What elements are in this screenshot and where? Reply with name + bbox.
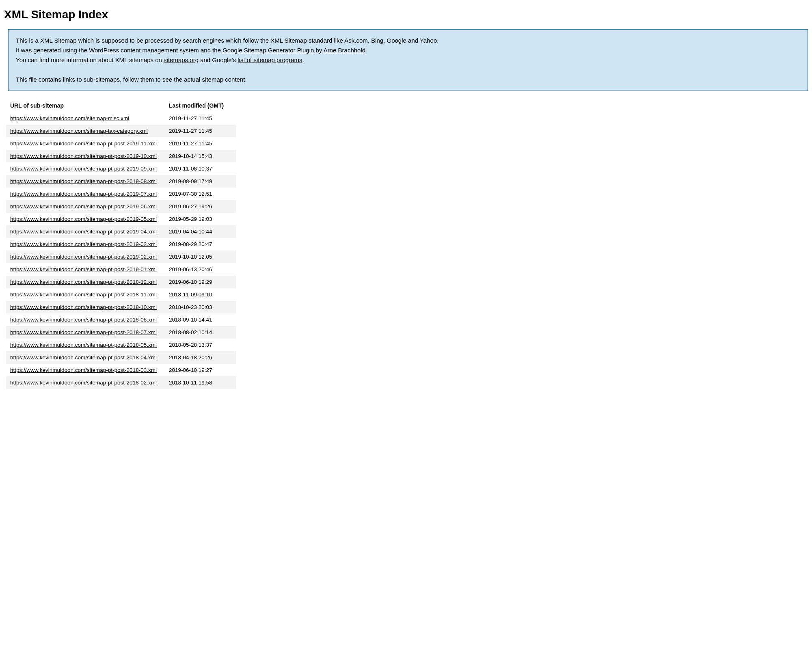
cell-date: 2018-05-28 13:37 — [165, 339, 236, 351]
table-row: https://www.kevinmuldoon.com/sitemap-tax… — [6, 125, 236, 137]
cell-url: https://www.kevinmuldoon.com/sitemap-pt-… — [6, 188, 165, 200]
table-row: https://www.kevinmuldoon.com/sitemap-pt-… — [6, 339, 236, 351]
info-text: It was generated using the — [16, 47, 89, 54]
table-row: https://www.kevinmuldoon.com/sitemap-pt-… — [6, 313, 236, 326]
cell-url: https://www.kevinmuldoon.com/sitemap-pt-… — [6, 339, 165, 351]
sitemap-link[interactable]: https://www.kevinmuldoon.com/sitemap-pt-… — [10, 153, 157, 159]
cell-url: https://www.kevinmuldoon.com/sitemap-pt-… — [6, 175, 165, 188]
table-row: https://www.kevinmuldoon.com/sitemap-pt-… — [6, 376, 236, 389]
cell-date: 2019-10-14 15:43 — [165, 150, 236, 162]
table-row: https://www.kevinmuldoon.com/sitemap-pt-… — [6, 326, 236, 339]
cell-url: https://www.kevinmuldoon.com/sitemap-pt-… — [6, 137, 165, 150]
cell-date: 2019-11-27 11:45 — [165, 137, 236, 150]
table-row: https://www.kevinmuldoon.com/sitemap-pt-… — [6, 150, 236, 162]
page-title: XML Sitemap Index — [4, 8, 808, 21]
cell-url: https://www.kevinmuldoon.com/sitemap-pt-… — [6, 263, 165, 276]
table-row: https://www.kevinmuldoon.com/sitemap-pt-… — [6, 276, 236, 288]
plugin-link[interactable]: Google Sitemap Generator Plugin — [222, 47, 314, 54]
cell-url: https://www.kevinmuldoon.com/sitemap-pt-… — [6, 276, 165, 288]
author-link[interactable]: Arne Brachhold — [324, 47, 365, 54]
cell-date: 2018-09-10 14:41 — [165, 313, 236, 326]
cell-date: 2019-08-09 17:49 — [165, 175, 236, 188]
sitemap-link[interactable]: https://www.kevinmuldoon.com/sitemap-pt-… — [10, 304, 157, 310]
sitemap-link[interactable]: https://www.kevinmuldoon.com/sitemap-pt-… — [10, 241, 157, 247]
sitemap-link[interactable]: https://www.kevinmuldoon.com/sitemap-pt-… — [10, 254, 157, 260]
table-row: https://www.kevinmuldoon.com/sitemap-pt-… — [6, 351, 236, 364]
table-row: https://www.kevinmuldoon.com/sitemap-pt-… — [6, 175, 236, 188]
header-url: URL of sub-sitemap — [6, 99, 165, 112]
cell-url: https://www.kevinmuldoon.com/sitemap-pt-… — [6, 288, 165, 301]
cell-date: 2018-10-11 19:58 — [165, 376, 236, 389]
sitemap-link[interactable]: https://www.kevinmuldoon.com/sitemap-pt-… — [10, 317, 157, 323]
cell-url: https://www.kevinmuldoon.com/sitemap-pt-… — [6, 364, 165, 376]
cell-url: https://www.kevinmuldoon.com/sitemap-pt-… — [6, 238, 165, 251]
cell-date: 2019-11-27 11:45 — [165, 125, 236, 137]
sitemap-link[interactable]: https://www.kevinmuldoon.com/sitemap-pt-… — [10, 203, 157, 209]
cell-url: https://www.kevinmuldoon.com/sitemap-pt-… — [6, 225, 165, 238]
sitemap-link[interactable]: https://www.kevinmuldoon.com/sitemap-tax… — [10, 128, 148, 134]
table-row: https://www.kevinmuldoon.com/sitemap-pt-… — [6, 137, 236, 150]
cell-date: 2019-11-27 11:45 — [165, 112, 236, 125]
cell-url: https://www.kevinmuldoon.com/sitemap-pt-… — [6, 313, 165, 326]
table-row: https://www.kevinmuldoon.com/sitemap-mis… — [6, 112, 236, 125]
cell-date: 2018-08-02 10:14 — [165, 326, 236, 339]
sitemap-link[interactable]: https://www.kevinmuldoon.com/sitemap-pt-… — [10, 279, 157, 285]
sitemap-link[interactable]: https://www.kevinmuldoon.com/sitemap-pt-… — [10, 178, 157, 184]
sitemap-link[interactable]: https://www.kevinmuldoon.com/sitemap-pt-… — [10, 367, 157, 373]
table-row: https://www.kevinmuldoon.com/sitemap-pt-… — [6, 263, 236, 276]
sitemap-table: URL of sub-sitemap Last modified (GMT) h… — [6, 99, 236, 389]
sitemap-link[interactable]: https://www.kevinmuldoon.com/sitemap-pt-… — [10, 191, 157, 197]
table-row: https://www.kevinmuldoon.com/sitemap-pt-… — [6, 301, 236, 313]
info-line-2: It was generated using the WordPress con… — [16, 45, 800, 55]
table-row: https://www.kevinmuldoon.com/sitemap-pt-… — [6, 213, 236, 225]
cell-date: 2019-04-04 10:44 — [165, 225, 236, 238]
info-text: by — [314, 47, 323, 54]
info-line-3: You can find more information about XML … — [16, 55, 800, 65]
info-text: You can find more information about XML … — [16, 56, 164, 63]
table-row: https://www.kevinmuldoon.com/sitemap-pt-… — [6, 288, 236, 301]
table-row: https://www.kevinmuldoon.com/sitemap-pt-… — [6, 364, 236, 376]
sitemap-link[interactable]: https://www.kevinmuldoon.com/sitemap-pt-… — [10, 216, 157, 222]
sitemap-link[interactable]: https://www.kevinmuldoon.com/sitemap-pt-… — [10, 292, 157, 298]
wordpress-link[interactable]: WordPress — [89, 47, 119, 54]
sitemap-link[interactable]: https://www.kevinmuldoon.com/sitemap-pt-… — [10, 342, 157, 348]
table-row: https://www.kevinmuldoon.com/sitemap-pt-… — [6, 200, 236, 213]
table-row: https://www.kevinmuldoon.com/sitemap-pt-… — [6, 238, 236, 251]
cell-date: 2019-11-08 10:37 — [165, 162, 236, 175]
table-row: https://www.kevinmuldoon.com/sitemap-pt-… — [6, 251, 236, 263]
cell-url: https://www.kevinmuldoon.com/sitemap-pt-… — [6, 213, 165, 225]
info-line-4: This file contains links to sub-sitemaps… — [16, 75, 800, 84]
cell-url: https://www.kevinmuldoon.com/sitemap-pt-… — [6, 251, 165, 263]
sitemap-link[interactable]: https://www.kevinmuldoon.com/sitemap-pt-… — [10, 380, 157, 386]
cell-url: https://www.kevinmuldoon.com/sitemap-pt-… — [6, 376, 165, 389]
sitemap-link[interactable]: https://www.kevinmuldoon.com/sitemap-mis… — [10, 115, 129, 121]
info-line-1: This is a XML Sitemap which is supposed … — [16, 36, 800, 45]
cell-date: 2018-11-09 09:10 — [165, 288, 236, 301]
header-date: Last modified (GMT) — [165, 99, 236, 112]
google-programs-link[interactable]: list of sitemap programs — [238, 56, 302, 63]
cell-date: 2019-08-29 20:47 — [165, 238, 236, 251]
info-text: . — [365, 47, 367, 54]
sitemaps-org-link[interactable]: sitemaps.org — [164, 56, 199, 63]
table-row: https://www.kevinmuldoon.com/sitemap-pt-… — [6, 188, 236, 200]
cell-url: https://www.kevinmuldoon.com/sitemap-pt-… — [6, 162, 165, 175]
cell-date: 2019-10-10 12:05 — [165, 251, 236, 263]
sitemap-link[interactable]: https://www.kevinmuldoon.com/sitemap-pt-… — [10, 140, 157, 147]
table-row: https://www.kevinmuldoon.com/sitemap-pt-… — [6, 225, 236, 238]
cell-date: 2019-07-30 12:51 — [165, 188, 236, 200]
sitemap-link[interactable]: https://www.kevinmuldoon.com/sitemap-pt-… — [10, 354, 157, 361]
cell-url: https://www.kevinmuldoon.com/sitemap-mis… — [6, 112, 165, 125]
cell-date: 2019-06-13 20:46 — [165, 263, 236, 276]
table-row: https://www.kevinmuldoon.com/sitemap-pt-… — [6, 162, 236, 175]
cell-date: 2019-06-10 19:27 — [165, 364, 236, 376]
cell-date: 2019-06-27 19:26 — [165, 200, 236, 213]
sitemap-link[interactable]: https://www.kevinmuldoon.com/sitemap-pt-… — [10, 166, 157, 172]
sitemap-link[interactable]: https://www.kevinmuldoon.com/sitemap-pt-… — [10, 229, 157, 235]
sitemap-link[interactable]: https://www.kevinmuldoon.com/sitemap-pt-… — [10, 329, 157, 335]
sitemap-link[interactable]: https://www.kevinmuldoon.com/sitemap-pt-… — [10, 266, 157, 272]
cell-date: 2019-05-29 19:03 — [165, 213, 236, 225]
cell-date: 2018-10-23 20:03 — [165, 301, 236, 313]
cell-url: https://www.kevinmuldoon.com/sitemap-pt-… — [6, 150, 165, 162]
cell-url: https://www.kevinmuldoon.com/sitemap-pt-… — [6, 200, 165, 213]
info-text: content management system and the — [119, 47, 222, 54]
